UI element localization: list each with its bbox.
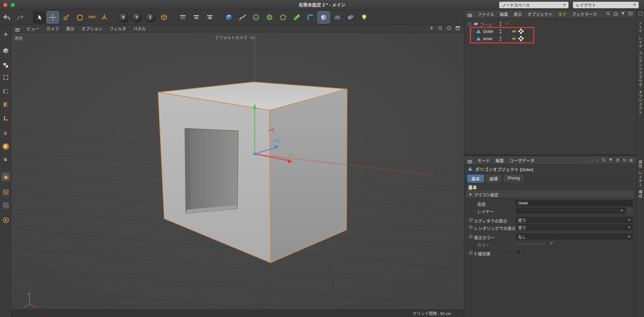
coordinate-mode-icon[interactable] bbox=[1, 30, 10, 39]
array-button[interactable] bbox=[331, 11, 343, 23]
enabled-check-icon[interactable]: ✓ bbox=[506, 21, 509, 26]
om-menu-tags[interactable]: タグ bbox=[558, 11, 566, 17]
filter-icon[interactable] bbox=[609, 158, 613, 163]
camera-label-group[interactable]: デフォルトカメラ bbox=[215, 34, 255, 41]
viewport-menu-filter[interactable]: フィルタ bbox=[109, 25, 126, 32]
workplane-button[interactable] bbox=[158, 11, 170, 23]
uvw-tag-icon[interactable] bbox=[518, 29, 524, 34]
lock-y-button[interactable]: Y bbox=[132, 12, 142, 23]
scale-tool-button[interactable] bbox=[60, 11, 72, 23]
tree-row-outer[interactable]: Outer bbox=[464, 28, 636, 35]
visibility-filter-c-icon[interactable] bbox=[1, 216, 10, 224]
viewport-rotate-icon[interactable] bbox=[447, 26, 451, 32]
keyframe-circle-icon[interactable] bbox=[469, 235, 473, 239]
quantize-icon[interactable]: S bbox=[1, 155, 10, 164]
subdivision-surface-button[interactable] bbox=[250, 11, 262, 23]
xray-checkbox[interactable] bbox=[516, 250, 521, 255]
spline-pen-button[interactable] bbox=[236, 11, 249, 23]
last-tool-psr-button[interactable]: PSR bbox=[87, 11, 97, 23]
tree-row-bool[interactable]: ブール ✓ bbox=[464, 20, 636, 28]
deformer-button[interactable] bbox=[304, 11, 316, 23]
render-settings-button[interactable] bbox=[204, 11, 216, 23]
dock-panel-icon[interactable] bbox=[638, 12, 642, 15]
render-picture-viewer-button[interactable] bbox=[190, 11, 203, 23]
points-mode-icon[interactable] bbox=[1, 73, 10, 82]
panel-layout-icon[interactable] bbox=[628, 11, 633, 17]
primitive-cube-button[interactable] bbox=[223, 11, 235, 23]
view-type-label[interactable]: 透視 bbox=[14, 35, 23, 41]
filter-icon[interactable] bbox=[621, 11, 625, 17]
panel-menu-icon[interactable] bbox=[468, 160, 472, 161]
viewport-menu-camera[interactable]: カメラ bbox=[46, 25, 59, 32]
dock-tab-layers[interactable]: レイヤ bbox=[638, 36, 643, 49]
model-mode-icon[interactable] bbox=[1, 46, 10, 55]
snap-modes-icon[interactable]: S bbox=[1, 142, 10, 151]
om-menu-objects[interactable]: オブジェクト bbox=[527, 11, 553, 17]
polygons-mode-icon[interactable] bbox=[1, 100, 10, 109]
editor-visibility-dropdown[interactable]: 従う bbox=[516, 217, 633, 223]
keyframe-circle-icon[interactable] bbox=[469, 218, 473, 222]
render-view-button[interactable] bbox=[177, 11, 189, 23]
lock-icon[interactable] bbox=[616, 158, 620, 163]
visibility-dots[interactable] bbox=[500, 37, 501, 41]
modeling-button[interactable] bbox=[277, 11, 289, 23]
parent-up-icon[interactable]: ↑ bbox=[597, 158, 599, 162]
tree-row-inner[interactable]: Inner bbox=[464, 35, 636, 42]
live-selection-tool-button[interactable] bbox=[33, 11, 45, 23]
visibility-filter-a-icon[interactable] bbox=[1, 188, 10, 196]
viewport-menu-options[interactable]: オプション bbox=[81, 25, 102, 32]
new-panel-icon[interactable]: ⊞ bbox=[629, 158, 633, 162]
am-menu-mode[interactable]: モード bbox=[478, 157, 490, 163]
am-menu-edit[interactable]: 編集 bbox=[496, 157, 504, 163]
selection-tag-icon[interactable] bbox=[511, 29, 516, 34]
mograph-cloner-button[interactable] bbox=[290, 11, 303, 23]
redo-button[interactable] bbox=[14, 11, 26, 23]
search-icon[interactable] bbox=[606, 11, 611, 17]
paint-colors-icon[interactable] bbox=[1, 172, 10, 181]
coordinate-system-button[interactable] bbox=[98, 11, 110, 23]
viewport-pan-icon[interactable] bbox=[429, 26, 434, 32]
om-menu-edit[interactable]: 編集 bbox=[500, 11, 508, 17]
panel-menu-icon[interactable] bbox=[468, 14, 472, 14]
display-color-dropdown[interactable]: なし bbox=[516, 234, 633, 240]
keyframe-circle-icon[interactable] bbox=[469, 251, 473, 255]
layer-browser-button[interactable]: ↗ bbox=[627, 208, 633, 213]
workspace-dropdown[interactable]: ノードスペース bbox=[499, 2, 569, 8]
om-menu-file[interactable]: ファイル bbox=[478, 11, 494, 17]
camera-dots-icon[interactable] bbox=[250, 36, 255, 39]
environment-button[interactable] bbox=[345, 11, 357, 23]
move-tool-button[interactable] bbox=[47, 11, 59, 23]
viewport-menu-display[interactable]: 表示 bbox=[66, 25, 74, 32]
layout-dropdown[interactable]: レイアウト bbox=[573, 2, 639, 8]
viewport-menu-panel[interactable]: パネル bbox=[133, 25, 146, 32]
texture-mode-icon[interactable] bbox=[1, 61, 10, 69]
viewport-toggle-icon[interactable] bbox=[455, 26, 460, 32]
dock-tab-structure[interactable]: 構成 bbox=[638, 190, 643, 198]
selection-tag-icon[interactable] bbox=[511, 36, 516, 41]
dock-tab-content-browser[interactable]: コンテンツブラウザ bbox=[638, 51, 643, 87]
snap-toggle-icon[interactable]: S bbox=[1, 129, 10, 138]
generator-button[interactable] bbox=[263, 11, 276, 23]
viewport-canvas[interactable]: Y Z X 透視 デフォルトカメラ bbox=[11, 32, 464, 309]
object-name[interactable]: ブール bbox=[480, 22, 492, 28]
display-mode-button[interactable] bbox=[317, 11, 330, 23]
keyframe-circle-icon[interactable] bbox=[469, 225, 473, 229]
edges-mode-icon[interactable] bbox=[1, 87, 10, 95]
am-menu-userdata[interactable]: ユーザデータ bbox=[509, 157, 535, 163]
layer-dropdown[interactable] bbox=[516, 208, 625, 213]
history-forward-icon[interactable]: → bbox=[590, 158, 594, 162]
render-visibility-dropdown[interactable]: 従う bbox=[516, 224, 633, 230]
dock-tab-objects[interactable]: オブジェクト bbox=[638, 90, 643, 114]
expand-toggle-icon[interactable] bbox=[468, 23, 471, 25]
visibility-filter-b-icon[interactable] bbox=[1, 201, 10, 210]
viewport-zoom-icon[interactable] bbox=[438, 26, 443, 32]
name-input[interactable]: Outer bbox=[516, 200, 633, 206]
object-name[interactable]: Outer bbox=[483, 29, 494, 34]
uvw-tag-icon[interactable] bbox=[518, 36, 524, 41]
visibility-dots[interactable] bbox=[500, 22, 501, 26]
refresh-icon[interactable]: ↻ bbox=[623, 158, 626, 162]
viewport-menu-icon[interactable] bbox=[15, 28, 20, 29]
history-back-icon[interactable]: ← bbox=[582, 158, 587, 162]
lock-z-button[interactable]: Z bbox=[145, 12, 156, 23]
dock-tab-nodes[interactable]: ノード bbox=[638, 21, 643, 33]
